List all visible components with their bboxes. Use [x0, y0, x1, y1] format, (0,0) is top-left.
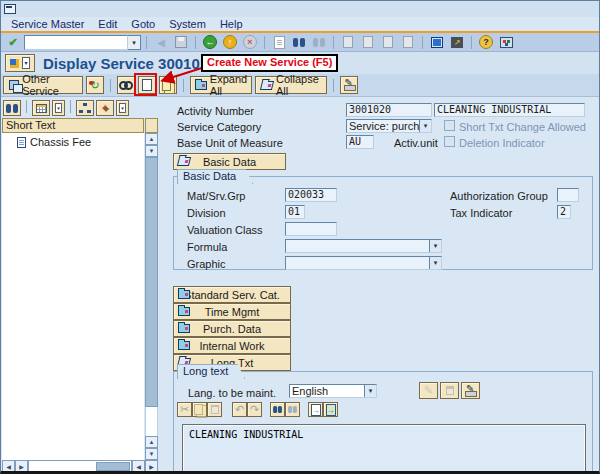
- hierarchy-button[interactable]: [76, 100, 94, 116]
- time-mgmt-button[interactable]: Time Mgmt: [173, 303, 291, 320]
- other-service-button[interactable]: Other Service: [3, 76, 83, 94]
- detail-panel: Activity Number 3001020 CLEANING INDUSTR…: [173, 98, 593, 474]
- combo-dropdown-icon[interactable]: ▾: [429, 257, 441, 269]
- menu-bar: Service Master Edit Goto System Help: [1, 17, 599, 33]
- internal-work-button[interactable]: Internal Work: [173, 337, 291, 354]
- folder-closed-icon: [178, 307, 190, 316]
- formula-combo[interactable]: ▾: [285, 239, 442, 253]
- copy-text-button[interactable]: [192, 402, 207, 417]
- save-button[interactable]: [172, 34, 190, 50]
- last-page-button[interactable]: [399, 34, 417, 50]
- valuation-class-field[interactable]: [285, 222, 337, 236]
- back-button[interactable]: ←: [201, 34, 219, 50]
- separator: [70, 100, 71, 113]
- scroll-right-button[interactable]: ▶: [145, 460, 158, 473]
- find-next-text-button[interactable]: [285, 402, 300, 417]
- division-label: Division: [187, 207, 226, 219]
- display-change-button[interactable]: [117, 76, 135, 94]
- short-text-field[interactable]: CLEANING INDUSTRIAL: [434, 103, 585, 117]
- find-text-button[interactable]: [270, 402, 285, 417]
- lang-label: Lang. to be maint.: [188, 387, 276, 399]
- first-page-button[interactable]: [339, 34, 357, 50]
- command-input[interactable]: [24, 35, 128, 50]
- menu-goto[interactable]: Goto: [131, 18, 155, 30]
- short-txt-change-checkbox[interactable]: [444, 120, 455, 131]
- service-category-combo[interactable]: Service: purchasing▾: [346, 119, 432, 133]
- vertical-scroll-thumb[interactable]: [145, 157, 158, 407]
- tax-indicator-label: Tax Indicator: [450, 207, 512, 219]
- mat-srv-grp-field[interactable]: 020033: [285, 188, 337, 202]
- scroll-left-button[interactable]: ◀: [132, 460, 145, 473]
- graphic-label: Graphic: [187, 258, 226, 270]
- scroll-right-button[interactable]: ▶: [15, 460, 28, 473]
- activity-number-field[interactable]: 3001020: [346, 103, 432, 117]
- scroll-left-button[interactable]: ◀: [2, 460, 15, 473]
- scroll-up-button[interactable]: ▲: [145, 436, 158, 448]
- export-text-button[interactable]: [323, 402, 338, 417]
- standard-serv-cat-button[interactable]: Standard Serv. Cat.: [173, 286, 291, 303]
- collapse-all-button[interactable]: Collapse All: [255, 76, 327, 94]
- enter-button[interactable]: ✔: [4, 34, 22, 50]
- redo-button[interactable]: ↷: [247, 402, 262, 417]
- vertical-scroll-track[interactable]: [145, 407, 158, 436]
- horizontal-scroll-track[interactable]: [28, 460, 132, 473]
- tax-indicator-field[interactable]: 2: [557, 205, 571, 219]
- floppy-icon: [175, 36, 187, 48]
- menu-edit[interactable]: Edit: [98, 18, 117, 30]
- import-text-button[interactable]: [308, 402, 323, 417]
- horizontal-scroll-thumb[interactable]: [96, 462, 130, 471]
- exit-button[interactable]: ↑: [221, 34, 239, 50]
- graphic-combo[interactable]: ▾: [285, 256, 442, 270]
- division-field[interactable]: 01: [285, 205, 305, 219]
- switch-editor-button[interactable]: ✎: [461, 382, 480, 399]
- scroll-down-button[interactable]: ▼: [145, 145, 158, 157]
- scroll-up-button[interactable]: ▲: [145, 133, 158, 145]
- maintain-button[interactable]: ✎: [340, 76, 358, 94]
- clipboard-icon: [211, 405, 219, 414]
- continue-button[interactable]: ◀: [152, 34, 170, 50]
- prev-page-button[interactable]: [359, 34, 377, 50]
- sort-dropdown[interactable]: ▾: [116, 100, 129, 116]
- edit-text-button[interactable]: ✎: [419, 382, 438, 399]
- language-combo[interactable]: English▾: [289, 384, 377, 398]
- collapse-all-label: Collapse All: [276, 73, 321, 97]
- combo-dropdown-icon[interactable]: ▾: [429, 240, 441, 252]
- customize-layout-button[interactable]: [497, 34, 515, 50]
- menu-service-master[interactable]: Service Master: [11, 18, 84, 30]
- cut-button[interactable]: ✂: [177, 402, 192, 417]
- basic-data-button[interactable]: Basic Data: [173, 153, 286, 170]
- cancel-button[interactable]: ×: [241, 34, 259, 50]
- create-shortcut-button[interactable]: ↗: [448, 34, 466, 50]
- base-unit-field[interactable]: AU: [346, 135, 374, 149]
- tree-item-chassis-fee[interactable]: Chassis Fee: [2, 133, 144, 148]
- command-dropdown-icon[interactable]: ▾: [128, 35, 141, 50]
- deletion-indicator-checkbox[interactable]: [444, 136, 455, 147]
- combo-dropdown-icon[interactable]: ▾: [419, 120, 431, 132]
- delete-text-button[interactable]: [440, 382, 459, 399]
- refresh-button[interactable]: ↻: [86, 76, 104, 94]
- layout-menu-button[interactable]: ▾: [5, 54, 35, 72]
- new-session-icon: [431, 37, 443, 48]
- column-config-button[interactable]: [32, 100, 50, 116]
- window-menu-icon[interactable]: [4, 4, 16, 14]
- tree-find-button[interactable]: [3, 100, 21, 116]
- sort-button[interactable]: ✦: [96, 100, 114, 116]
- print-button[interactable]: [270, 34, 288, 50]
- long-text-area[interactable]: CLEANING INDUSTRIAL: [182, 424, 586, 474]
- new-session-button[interactable]: [428, 34, 446, 50]
- find-button[interactable]: [290, 34, 308, 50]
- find-next-button[interactable]: [310, 34, 328, 50]
- check-icon: ✔: [8, 36, 17, 49]
- help-button[interactable]: ?: [477, 34, 495, 50]
- authorization-group-field[interactable]: [557, 188, 579, 202]
- column-config-dropdown[interactable]: ▾: [52, 100, 65, 116]
- next-page-button[interactable]: [379, 34, 397, 50]
- purch-data-button[interactable]: Purch. Data: [173, 320, 291, 337]
- menu-help[interactable]: Help: [220, 18, 243, 30]
- undo-button[interactable]: ↶: [232, 402, 247, 417]
- basic-data-groupbox: Basic Data Mat/Srv.Grp 020033 Division 0…: [173, 176, 593, 270]
- combo-dropdown-icon[interactable]: ▾: [364, 385, 376, 397]
- paste-button[interactable]: [207, 402, 222, 417]
- menu-system[interactable]: System: [169, 18, 206, 30]
- scroll-down-button[interactable]: ▼: [145, 448, 158, 460]
